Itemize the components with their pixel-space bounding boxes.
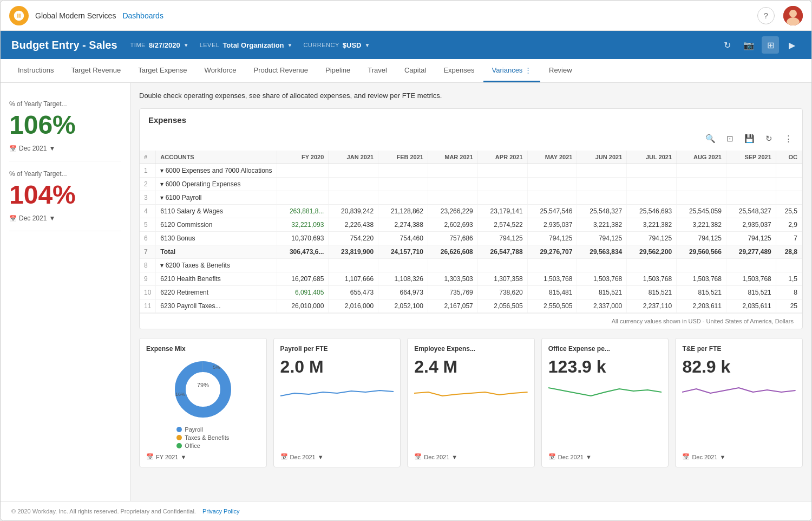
legend-office: Office bbox=[176, 442, 229, 449]
sparkline-tne bbox=[682, 377, 796, 449]
chart-card-expense-mix: Expense Mix 79% 16% 5% bbox=[139, 338, 267, 467]
legend-dot-office bbox=[176, 443, 182, 448]
table-row: 46110 Salary & Wages263,881,8...20,839,2… bbox=[140, 205, 802, 218]
chart-value-payroll-fte: 2.0 M bbox=[280, 357, 394, 377]
expenses-section-title: Expenses bbox=[140, 109, 802, 129]
chart-card-payroll-fte: Payroll per FTE 2.0 M 📅 Dec 2021 ▼ bbox=[273, 338, 401, 467]
help-icon-btn[interactable]: ? bbox=[757, 7, 775, 24]
video-icon-btn[interactable]: ▶ bbox=[783, 36, 801, 54]
chart-card-employee-expense: Employee Expens... 2.4 M 📅 Dec 2021 ▼ bbox=[407, 338, 535, 467]
more-table-icon[interactable]: ⋮ bbox=[781, 131, 796, 146]
legend-dot-payroll bbox=[176, 427, 182, 432]
nav-icons: ? bbox=[757, 6, 803, 25]
metric2-date[interactable]: 📅 Dec 2021 ▼ bbox=[9, 214, 121, 222]
header-bar: Budget Entry - Sales TIME 8/27/2020 ▼ LE… bbox=[1, 31, 811, 59]
app-name: Global Modern Services bbox=[35, 11, 116, 20]
tab-workforce[interactable]: Workforce bbox=[196, 59, 245, 82]
level-control[interactable]: LEVEL Total Organization ▼ bbox=[200, 41, 293, 49]
col-may2021: MAY 2021 bbox=[527, 151, 577, 164]
tab-target-expense[interactable]: Target Expense bbox=[129, 59, 195, 82]
metric2-dropdown-icon: ▼ bbox=[49, 214, 55, 222]
time-control[interactable]: TIME 8/27/2020 ▼ bbox=[130, 41, 189, 49]
payroll-fte-calendar-icon: 📅 bbox=[280, 453, 288, 460]
chart-value-employee-expense: 2.4 M bbox=[414, 357, 528, 377]
svg-text:5%: 5% bbox=[213, 364, 220, 370]
col-accounts: ACCOUNTS bbox=[156, 151, 277, 164]
table-row: 66130 Bonus10,370,693754,220754,460757,6… bbox=[140, 232, 802, 245]
save-table-icon[interactable]: 💾 bbox=[742, 131, 757, 146]
svg-point-1 bbox=[789, 10, 797, 17]
footer-privacy-link[interactable]: Privacy Policy bbox=[202, 508, 239, 515]
donut-chart: 79% 16% 5% bbox=[171, 357, 235, 422]
tab-product-revenue[interactable]: Product Revenue bbox=[245, 59, 317, 82]
sparkline-office bbox=[548, 377, 662, 449]
tabs-bar: Instructions Target Revenue Target Expen… bbox=[1, 59, 811, 83]
donut-container: 79% 16% 5% Payroll Taxes & Benefits bbox=[146, 357, 260, 449]
chart-card-tne-fte: T&E per FTE 82.9 k 📅 Dec 2021 ▼ bbox=[675, 338, 803, 467]
tne-fte-dropdown-icon: ▼ bbox=[719, 454, 725, 460]
chart-title-office-expense: Office Expense pe... bbox=[548, 345, 662, 353]
avatar[interactable] bbox=[783, 6, 803, 25]
metric1-label: % of Yearly Target... bbox=[9, 100, 121, 108]
tab-review[interactable]: Review bbox=[540, 59, 581, 82]
payroll-fte-dropdown-icon: ▼ bbox=[318, 454, 324, 460]
tne-fte-date[interactable]: 📅 Dec 2021 ▼ bbox=[682, 453, 796, 460]
office-expense-date[interactable]: 📅 Dec 2021 ▼ bbox=[548, 453, 662, 460]
currency-control[interactable]: CURRENCY $USD ▼ bbox=[303, 41, 370, 49]
tab-variances[interactable]: Variances ⋮ bbox=[483, 59, 540, 82]
col-sep2021: SEP 2021 bbox=[726, 151, 776, 164]
left-sidebar: % of Yearly Target... 106% 📅 Dec 2021 ▼ … bbox=[1, 83, 130, 501]
expenses-section: Expenses 🔍 ⊡ 💾 ↻ ⋮ # ACCOUNTS FY bbox=[139, 108, 803, 329]
tab-expenses[interactable]: Expenses bbox=[435, 59, 483, 82]
workday-logo bbox=[9, 6, 29, 25]
currency-arrow-icon: ▼ bbox=[364, 42, 370, 48]
level-arrow-icon: ▼ bbox=[287, 42, 293, 48]
col-jun2021: JUN 2021 bbox=[577, 151, 627, 164]
col-jul2021: JUL 2021 bbox=[627, 151, 677, 164]
col-aug2021: AUG 2021 bbox=[677, 151, 726, 164]
employee-expense-dropdown-icon: ▼ bbox=[451, 454, 457, 460]
chart-title-payroll-fte: Payroll per FTE bbox=[280, 345, 394, 353]
payroll-fte-date[interactable]: 📅 Dec 2021 ▼ bbox=[280, 453, 394, 460]
metric2-label: % of Yearly Target... bbox=[9, 170, 121, 178]
col-oct2021: OC bbox=[776, 151, 802, 164]
expense-mix-date[interactable]: 📅 FY 2021 ▼ bbox=[146, 453, 260, 460]
search-table-icon[interactable]: 🔍 bbox=[703, 131, 718, 146]
description-text: Double check operating expenses, see sha… bbox=[139, 92, 803, 100]
employee-expense-date[interactable]: 📅 Dec 2021 ▼ bbox=[414, 453, 528, 460]
chart-value-tne-fte: 82.9 k bbox=[682, 357, 796, 377]
col-feb2021: FEB 2021 bbox=[378, 151, 428, 164]
metric1-dropdown-icon: ▼ bbox=[49, 145, 55, 152]
sparkline-employee bbox=[414, 377, 528, 449]
metric1-value: 106% bbox=[9, 112, 121, 138]
charts-row: Expense Mix 79% 16% 5% bbox=[139, 338, 803, 467]
table-header-row: # ACCOUNTS FY 2020 JAN 2021 FEB 2021 MAR… bbox=[140, 151, 802, 164]
tab-instructions[interactable]: Instructions bbox=[9, 59, 62, 82]
chart-title-employee-expense: Employee Expens... bbox=[414, 345, 528, 353]
table-row: 116230 Payroll Taxes...26,010,0002,016,0… bbox=[140, 299, 802, 313]
tne-fte-calendar-icon: 📅 bbox=[682, 453, 690, 460]
refresh-icon-btn[interactable]: ↻ bbox=[718, 36, 736, 54]
tab-pipeline[interactable]: Pipeline bbox=[317, 59, 359, 82]
table-row: 7Total306,473,6...23,819,90024,157,71026… bbox=[140, 245, 802, 259]
tab-travel[interactable]: Travel bbox=[359, 59, 396, 82]
col-apr2021: APR 2021 bbox=[477, 151, 527, 164]
grid-icon-btn[interactable]: ⊞ bbox=[762, 36, 779, 54]
page-title: Budget Entry - Sales bbox=[11, 39, 117, 51]
export-table-icon[interactable]: ⊡ bbox=[722, 131, 737, 146]
table-footer: All currency values shown in USD - Unite… bbox=[140, 313, 802, 329]
top-nav: Global Modern Services Dashboards ? bbox=[1, 1, 811, 31]
dashboards-link[interactable]: Dashboards bbox=[122, 11, 163, 20]
main-content: % of Yearly Target... 106% 📅 Dec 2021 ▼ … bbox=[1, 83, 811, 501]
table-row: 1▾ 6000 Expenses and 7000 Allocations bbox=[140, 164, 802, 178]
legend-taxes: Taxes & Benefits bbox=[176, 434, 229, 441]
expense-mix-dropdown-icon: ▼ bbox=[180, 454, 186, 460]
chart-title-expense-mix: Expense Mix bbox=[146, 345, 260, 353]
app-footer: © 2020 Workday, Inc. All rights reserved… bbox=[1, 501, 811, 520]
camera-icon-btn[interactable]: 📷 bbox=[740, 36, 757, 54]
refresh-table-icon[interactable]: ↻ bbox=[761, 131, 776, 146]
tab-target-revenue[interactable]: Target Revenue bbox=[62, 59, 129, 82]
metric1-date[interactable]: 📅 Dec 2021 ▼ bbox=[9, 145, 121, 152]
table-row: 2▾ 6000 Operating Expenses bbox=[140, 178, 802, 191]
tab-capital[interactable]: Capital bbox=[396, 59, 435, 82]
